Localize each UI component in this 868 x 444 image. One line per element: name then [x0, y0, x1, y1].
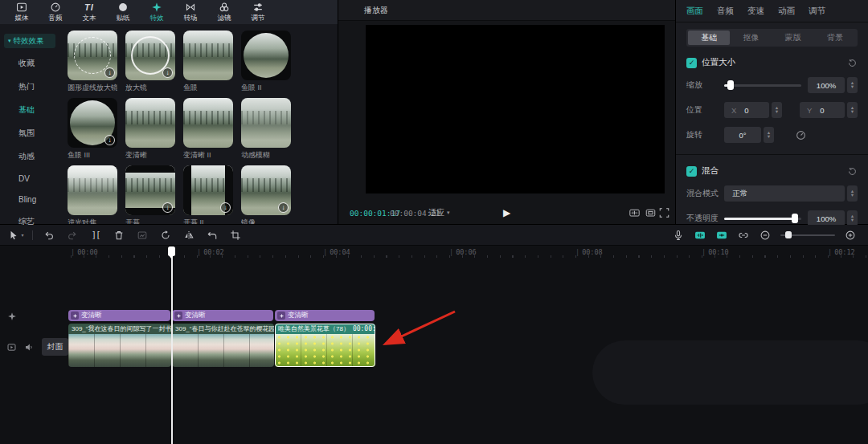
position-size-checkbox[interactable]: ✓ — [686, 58, 697, 68]
fit-dropdown[interactable]: 适应 ▾ — [428, 207, 450, 218]
effect-card[interactable]: 变清晰 — [125, 98, 175, 161]
rotate-stepper[interactable]: ▲▼ — [764, 127, 774, 143]
blend-checkbox[interactable]: ✓ — [686, 166, 697, 177]
effect-clip[interactable]: 变清晰 — [172, 310, 273, 321]
sidebar-item-动感[interactable]: 动感 — [0, 145, 59, 168]
tab-变速[interactable]: 变速 — [747, 6, 764, 17]
redo-icon — [63, 229, 82, 242]
timeline-tools-right — [672, 230, 868, 241]
top-nav-item-audio[interactable]: 音频 — [42, 2, 69, 23]
effect-card[interactable]: 动感模糊 — [241, 98, 291, 161]
rotate-icon[interactable] — [203, 229, 222, 242]
position-y-field[interactable]: Y 0 — [800, 102, 845, 118]
delete-icon[interactable] — [109, 229, 129, 242]
select-tool-icon[interactable]: ▾ — [6, 229, 26, 242]
reset-icon[interactable] — [847, 166, 858, 177]
rotate-dial-icon[interactable] — [795, 129, 807, 141]
effect-card[interactable]: ↓鱼眼 III — [68, 98, 117, 161]
rotate-value[interactable]: 0° — [724, 127, 761, 143]
top-nav-item-filter[interactable]: 滤镜 — [211, 2, 238, 23]
top-nav-item-text[interactable]: TI文本 — [76, 2, 103, 23]
video-clip[interactable]: 309_“春日与你赶赴在苍翠的樱花园 — [172, 324, 274, 367]
fullscreen-icon[interactable] — [657, 207, 671, 218]
crop-icon — [230, 230, 241, 241]
opacity-stepper[interactable]: ▲▼ — [847, 210, 858, 226]
scale-value[interactable]: 100% — [808, 77, 845, 93]
playhead-handle[interactable] — [168, 246, 175, 256]
link-toggle-icon[interactable] — [737, 230, 750, 241]
video-preview[interactable] — [366, 25, 665, 193]
zoom-out-icon[interactable] — [759, 230, 772, 241]
position-x-field[interactable]: X 0 — [724, 102, 769, 118]
effect-card[interactable]: 鱼眼 — [183, 31, 233, 93]
tab-调节[interactable]: 调节 — [809, 6, 825, 17]
zoom-in-icon[interactable] — [844, 230, 857, 241]
blend-mode-dropdown[interactable]: 正常 — [724, 185, 845, 202]
subtab-抠像[interactable]: 抠像 — [730, 31, 772, 45]
playhead-line[interactable] — [171, 246, 173, 444]
tab-动画[interactable]: 动画 — [778, 6, 795, 17]
top-nav-item-transition[interactable]: 转场 — [177, 2, 204, 23]
mirror-icon[interactable] — [179, 229, 199, 242]
reverse-icon[interactable] — [156, 229, 175, 242]
text-icon: TI — [84, 2, 95, 13]
effect-card[interactable]: ↓开幕 II — [183, 165, 233, 224]
blend-section-header: ✓ 混合 — [686, 165, 858, 177]
zoom-slider[interactable] — [780, 234, 835, 236]
crop-icon[interactable] — [226, 229, 245, 242]
tab-画面[interactable]: 画面 — [686, 6, 703, 17]
position-x-stepper[interactable]: ▲▼ — [772, 102, 782, 118]
top-nav-item-adjust[interactable]: 调节 — [244, 2, 272, 23]
zoom-slider-knob[interactable] — [785, 231, 792, 238]
snap-toggle-icon[interactable] — [715, 230, 728, 241]
video-clip[interactable]: 唯美自然美景花草（78）00:00:01:17 — [275, 324, 375, 367]
sidebar-item-收藏[interactable]: 收藏 — [0, 51, 59, 75]
opacity-value[interactable]: 100% — [808, 210, 845, 226]
x-axis-label: X — [731, 106, 736, 115]
blend-mode-stepper[interactable]: ▲▼ — [847, 185, 858, 202]
effect-card[interactable]: ↓放大镜 — [125, 31, 175, 93]
download-icon: ↓ — [162, 67, 173, 78]
player-controls: 00:00:01:17 00:00:04:21 适应 ▾ ▶ — [338, 204, 675, 222]
play-button[interactable]: ▶ — [503, 207, 510, 218]
effect-card[interactable]: 逆光对焦 — [68, 165, 117, 224]
scale-slider[interactable] — [724, 84, 801, 87]
subtab-背景[interactable]: 背景 — [814, 31, 856, 45]
top-nav-item-effects[interactable]: 特效 — [143, 2, 170, 23]
audio-wave-toggle-icon[interactable] — [694, 230, 706, 241]
undo-icon[interactable] — [39, 229, 59, 242]
sidebar-item-氛围[interactable]: 氛围 — [0, 121, 59, 145]
original-ratio-icon[interactable] — [644, 207, 657, 218]
effects-category-header[interactable]: ▾ 特效效果 — [4, 34, 55, 48]
opacity-slider[interactable] — [724, 218, 801, 220]
effect-clip-icon — [277, 312, 285, 320]
sidebar-item-基础[interactable]: 基础 — [0, 98, 59, 121]
mute-toggle-icon[interactable] — [24, 342, 35, 352]
effect-clip[interactable]: 变清晰 — [68, 310, 170, 321]
top-nav-item-sticker[interactable]: 贴纸 — [109, 2, 137, 23]
reset-icon[interactable] — [847, 58, 858, 68]
tab-音频[interactable]: 音频 — [717, 6, 734, 17]
sidebar-item-热门[interactable]: 热门 — [0, 75, 59, 98]
subtab-蒙版[interactable]: 蒙版 — [772, 31, 814, 45]
effect-card[interactable]: 鱼眼 II — [241, 31, 291, 93]
effect-card[interactable]: 变清晰 II — [183, 98, 233, 161]
sidebar-item-DV[interactable]: DV — [0, 168, 59, 189]
subtab-基础[interactable]: 基础 — [688, 31, 730, 45]
effect-card[interactable]: ↓圆形虚线放大镜 — [68, 31, 117, 93]
rotate-row: 旋转 0° ▲▼ — [686, 127, 858, 143]
position-y-stepper[interactable]: ▲▼ — [847, 102, 858, 118]
scale-stepper[interactable]: ▲▼ — [847, 77, 858, 93]
split-icon[interactable]: ][ — [86, 229, 105, 242]
effect-card[interactable]: ↓开幕 — [125, 165, 175, 224]
effect-name: 开幕 — [125, 218, 175, 224]
record-mic-icon[interactable] — [672, 230, 685, 241]
top-nav-item-media[interactable]: 媒体 — [8, 2, 35, 23]
effect-clip[interactable]: 变清晰 — [275, 310, 375, 321]
preview-quality-icon[interactable] — [628, 207, 641, 218]
effect-card[interactable]: ↓镜像 — [241, 165, 291, 224]
video-clip[interactable]: 309_“我在这春日的间隙写了一封书信 — [68, 324, 171, 367]
cover-button[interactable]: 封面 — [42, 338, 68, 356]
inspector-panel: 画面音频变速动画调节 基础抠像蒙版背景 ✓ 位置大小 缩放 100% ▲▼ 位置… — [676, 0, 868, 224]
sidebar-item-Bling[interactable]: Bling — [0, 189, 59, 210]
